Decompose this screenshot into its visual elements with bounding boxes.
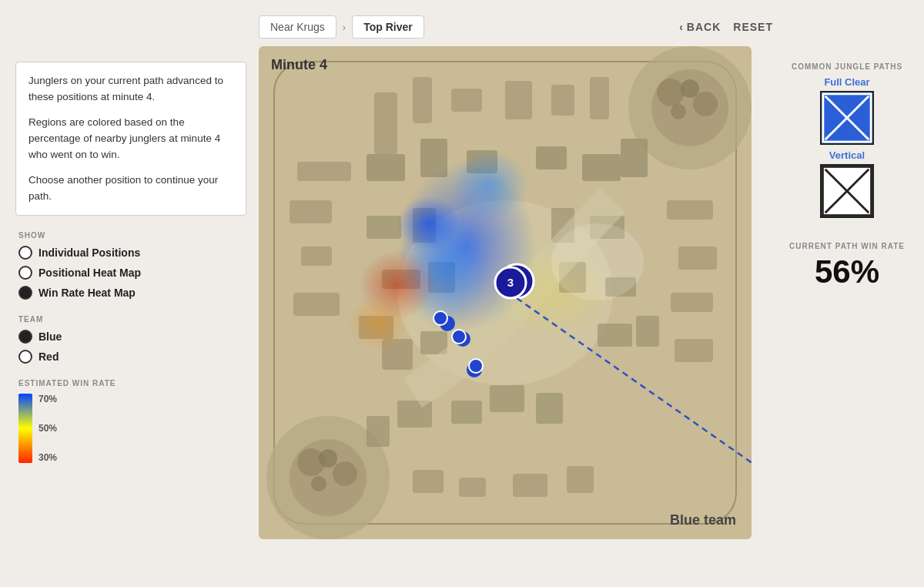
legend-high: 70% [38,394,57,404]
svg-rect-19 [590,77,609,119]
svg-rect-51 [490,385,524,412]
legend-section: ESTIMATED WIN RATE 70% 50% 30% [15,379,246,463]
team-red[interactable]: Red [18,350,243,364]
svg-rect-28 [413,470,444,493]
dot-1 [433,310,448,329]
waypoint-3[interactable]: 3 [494,266,527,303]
paths-label: COMMON JUNGLE PATHS [792,62,902,72]
info-box: Junglers on your current path advanced t… [15,62,246,216]
legend-label: ESTIMATED WIN RATE [18,379,243,387]
svg-point-76 [434,311,447,325]
info-paragraph-1: Junglers on your current path advanced t… [28,73,233,106]
radio-circle-blue [18,330,32,344]
svg-rect-18 [551,85,574,116]
team-red-label: Red [38,351,59,363]
svg-rect-17 [505,81,532,119]
show-individual-label: Individual Positions [38,247,140,259]
breadcrumb-step1[interactable]: Near Krugs [259,15,336,39]
show-positional-heat-map[interactable]: Positional Heat Map [18,266,243,280]
svg-rect-22 [301,247,332,266]
svg-rect-44 [536,146,567,169]
win-rate-section: CURRENT PATH WIN RATE 56% [789,241,905,288]
vertical-path[interactable]: Vertical [820,149,874,218]
svg-rect-54 [397,401,432,428]
back-button[interactable]: ‹ BACK [679,21,721,33]
right-panel: COMMON JUNGLE PATHS Full Clear Vertical [785,15,909,539]
svg-point-6 [671,104,686,119]
full-clear-path[interactable]: Full Clear [820,76,874,145]
svg-rect-35 [367,216,401,239]
svg-point-5 [693,92,718,116]
vertical-label: Vertical [829,149,865,161]
svg-rect-26 [671,293,713,312]
nav-buttons: ‹ BACK RESET [679,21,773,33]
svg-point-12 [311,476,326,491]
svg-rect-52 [536,393,563,424]
svg-rect-29 [459,478,486,497]
map-title: Minute 4 [271,57,327,73]
svg-point-58 [451,150,528,220]
show-win-rate-heat-map[interactable]: Win Rate Heat Map [18,286,243,300]
svg-point-11 [333,461,357,486]
dot-2 [451,329,467,347]
team-radio-group: Blue Red [18,330,243,364]
radio-circle-positional [18,266,32,280]
legend-low: 30% [38,452,57,463]
svg-rect-14 [374,92,397,154]
team-section: TEAM Blue Red [15,315,246,364]
svg-rect-31 [567,466,594,493]
legend-row: 70% 50% 30% [18,394,243,463]
svg-rect-24 [667,200,713,220]
map-container[interactable]: 3 2 3 2 [259,46,752,539]
svg-rect-49 [598,324,632,347]
info-paragraph-2: Regions are colored based on the percent… [28,115,233,163]
left-panel: Junglers on your current path advanced t… [15,15,246,539]
svg-rect-55 [367,416,390,447]
svg-point-59 [397,196,459,250]
back-chevron-icon: ‹ [679,21,684,33]
full-clear-label: Full Clear [824,76,869,88]
legend-labels: 70% 50% 30% [38,394,57,463]
show-winrate-label: Win Rate Heat Map [38,287,136,299]
svg-rect-50 [636,316,659,347]
svg-rect-43 [621,139,648,177]
svg-point-61 [347,297,409,351]
radio-circle-individual [18,246,32,260]
svg-rect-20 [297,162,351,181]
breadcrumb-step2[interactable]: Top River [352,15,424,39]
svg-rect-16 [451,89,482,112]
team-blue-label: Blue [38,330,62,343]
svg-rect-23 [293,293,340,316]
map-team-label: Blue team [670,512,736,528]
full-clear-icon [820,91,874,145]
info-paragraph-3: Choose another position to continue your… [28,173,233,205]
center-panel: Near Krugs › Top River ‹ BACK RESET [259,15,773,539]
svg-rect-25 [678,247,717,270]
svg-point-77 [452,330,466,344]
svg-rect-42 [582,154,621,181]
radio-circle-winrate [18,286,32,300]
show-positional-label: Positional Heat Map [38,267,141,279]
breadcrumb-bar: Near Krugs › Top River ‹ BACK RESET [259,15,773,39]
show-radio-group: Individual Positions Positional Heat Map… [18,246,243,300]
team-blue[interactable]: Blue [18,330,243,344]
svg-point-4 [681,79,699,98]
svg-point-10 [319,449,337,468]
show-section: SHOW Individual Positions Positional Hea… [15,231,246,300]
reset-button[interactable]: RESET [733,21,773,33]
svg-rect-15 [413,77,432,123]
paths-section: COMMON JUNGLE PATHS Full Clear Vertical [785,62,909,218]
svg-point-63 [551,223,644,300]
svg-rect-30 [513,474,547,497]
back-label: BACK [687,21,721,33]
win-rate-label: CURRENT PATH WIN RATE [789,241,905,251]
svg-rect-53 [451,401,482,424]
show-label: SHOW [18,231,243,240]
svg-rect-27 [675,339,713,362]
svg-point-3 [657,79,685,106]
svg-text:3: 3 [507,276,514,289]
legend-mid: 50% [38,423,57,434]
show-individual-positions[interactable]: Individual Positions [18,246,243,260]
main-container: Junglers on your current path advanced t… [0,0,924,555]
legend-gradient [18,394,32,463]
